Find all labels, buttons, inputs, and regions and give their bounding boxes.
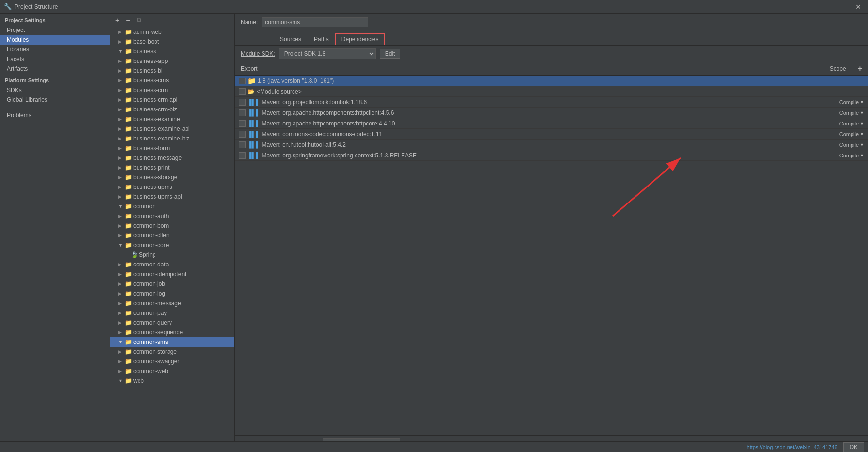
dep-scope-httpcore[interactable]: Compile▼ bbox=[839, 121, 864, 126]
tree-item-common-sequence[interactable]: ▶ 📁 common-sequence bbox=[110, 327, 234, 337]
remove-module-button[interactable]: − bbox=[124, 16, 132, 25]
tab-dependencies[interactable]: Dependencies bbox=[335, 33, 385, 45]
tree-item-common-message[interactable]: ▶ 📁 common-message bbox=[110, 298, 234, 308]
dep-checkbox-httpclient[interactable] bbox=[239, 109, 246, 116]
tree-item-business-form[interactable]: ▶ 📁 business-form bbox=[110, 143, 234, 153]
tree-item-business-upms-api[interactable]: ▶ 📁 business-upms-api bbox=[110, 192, 234, 202]
name-row: Name: bbox=[235, 14, 868, 31]
tree-item-common-query[interactable]: ▶ 📁 common-query bbox=[110, 318, 234, 327]
tree-item-common-core[interactable]: ▼ 📁 common-core bbox=[110, 240, 234, 250]
tree-item-web[interactable]: ▼ 📁 web bbox=[110, 376, 234, 386]
tree-item-business-message[interactable]: ▶ 📁 business-message bbox=[110, 153, 234, 163]
tree-item-common-storage[interactable]: ▶ 📁 common-storage bbox=[110, 347, 234, 357]
dep-item-module-source[interactable]: 📂 <Module source> bbox=[235, 86, 868, 97]
tree-item-common-storage-label: common-storage bbox=[133, 348, 177, 355]
dep-checkbox-lombok[interactable] bbox=[239, 99, 246, 106]
tree-item-business-print[interactable]: ▶ 📁 business-print bbox=[110, 163, 234, 172]
tree-item-business[interactable]: ▼ 📁 business bbox=[110, 47, 234, 56]
chevron-right-icon: ▶ bbox=[118, 262, 124, 267]
tree-item-common-job[interactable]: ▶ 📁 common-job bbox=[110, 279, 234, 289]
close-button[interactable]: ✕ bbox=[852, 2, 864, 12]
chevron-right-icon: ▶ bbox=[118, 359, 124, 364]
dep-item-commons-codec[interactable]: ▐▌▌ Maven: commons-codec:commons-codec:1… bbox=[235, 129, 868, 140]
chevron-right-icon: ▶ bbox=[118, 78, 124, 83]
ok-button[interactable]: OK bbox=[843, 442, 864, 452]
status-bar-url[interactable]: https://blog.csdn.net/weixin_43141746 bbox=[747, 444, 837, 450]
tree-item-business-crm-api[interactable]: ▶ 📁 business-crm-api bbox=[110, 95, 234, 105]
dep-item-httpcore[interactable]: ▐▌▌ Maven: org.apache.httpcomponents:htt… bbox=[235, 118, 868, 129]
dependencies-list: 📁 1.8 (java version "1.8.0_161") 📂 <Modu… bbox=[235, 76, 868, 435]
tree-item-common-log[interactable]: ▶ 📁 common-log bbox=[110, 289, 234, 298]
dep-scope-spring-context[interactable]: Compile▼ bbox=[839, 153, 864, 158]
sidebar-item-artifacts[interactable]: Artifacts bbox=[0, 64, 110, 74]
tree-item-business-crm[interactable]: ▶ 📁 business-crm bbox=[110, 85, 234, 95]
dep-item-httpclient[interactable]: ▐▌▌ Maven: org.apache.httpcomponents:htt… bbox=[235, 108, 868, 118]
tree-item-business-examine-biz[interactable]: ▶ 📁 business-examine-biz bbox=[110, 134, 234, 143]
tree-item-common-idempotent[interactable]: ▶ 📁 common-idempotent bbox=[110, 269, 234, 279]
tree-item-common-sms[interactable]: ▼ 📁 common-sms bbox=[110, 337, 234, 347]
dep-item-hutool[interactable]: ▐▌▌ Maven: cn.hutool:hutool-all:5.4.2 Co… bbox=[235, 140, 868, 150]
tree-item-spring[interactable]: ▶ 🍃 Spring bbox=[110, 250, 234, 260]
tree-item-business-crm-biz[interactable]: ▶ 📁 business-crm-biz bbox=[110, 105, 234, 114]
tree-item-common-auth-label: common-auth bbox=[133, 213, 169, 219]
dep-checkbox-jdk[interactable] bbox=[239, 78, 246, 84]
sdk-select[interactable]: Project SDK 1.8 bbox=[279, 48, 376, 59]
dep-scope-lombok[interactable]: Compile▼ bbox=[839, 99, 864, 105]
dep-scope-commons-codec[interactable]: Compile▼ bbox=[839, 131, 864, 137]
sidebar-item-modules[interactable]: Modules bbox=[0, 35, 110, 45]
tree-item-common[interactable]: ▼ 📁 common bbox=[110, 202, 234, 211]
chevron-down-icon: ▼ bbox=[118, 378, 124, 383]
tab-paths[interactable]: Paths bbox=[308, 33, 335, 45]
tree-item-common-auth[interactable]: ▶ 📁 common-auth bbox=[110, 211, 234, 221]
tree-item-business-bi[interactable]: ▶ 📁 business-bi bbox=[110, 66, 234, 76]
copy-module-button[interactable]: ⧉ bbox=[135, 16, 143, 25]
tab-sources[interactable]: Sources bbox=[274, 33, 308, 45]
sidebar-item-sdks[interactable]: SDKs bbox=[0, 85, 110, 95]
chevron-down-icon: ▼ bbox=[118, 243, 124, 248]
tree-item-business-cms[interactable]: ▶ 📁 business-cms bbox=[110, 76, 234, 85]
tree-item-base-boot[interactable]: ▶ 📁 base-boot bbox=[110, 37, 234, 47]
chevron-right-icon: ▶ bbox=[118, 194, 124, 199]
tree-item-business-storage[interactable]: ▶ 📁 business-storage bbox=[110, 172, 234, 182]
chevron-right-icon: ▶ bbox=[118, 175, 124, 180]
sdk-label[interactable]: Module SDK: bbox=[241, 50, 275, 57]
dep-scope-hutool[interactable]: Compile▼ bbox=[839, 142, 864, 148]
sidebar-item-libraries[interactable]: Libraries bbox=[0, 45, 110, 54]
folder-icon: 📁 bbox=[125, 271, 132, 278]
dep-checkbox-hutool[interactable] bbox=[239, 141, 246, 148]
sdk-edit-button[interactable]: Edit bbox=[380, 49, 401, 59]
tree-item-business-examine-api[interactable]: ▶ 📁 business-examine-api bbox=[110, 124, 234, 134]
tree-item-business-upms[interactable]: ▶ 📁 business-upms bbox=[110, 182, 234, 192]
dep-checkbox-commons-codec[interactable] bbox=[239, 131, 246, 138]
dep-item-spring-context[interactable]: ▐▌▌ Maven: org.springframework:spring-co… bbox=[235, 150, 868, 161]
add-dependency-button[interactable]: + bbox=[858, 64, 862, 73]
tree-item-admin-web[interactable]: ▶ 📁 admin-web bbox=[110, 27, 234, 37]
sidebar-item-facets[interactable]: Facets bbox=[0, 54, 110, 64]
tree-item-common-client[interactable]: ▶ 📁 common-client bbox=[110, 231, 234, 240]
tabs-row: Sources Paths Dependencies bbox=[235, 31, 868, 46]
chevron-right-icon: ▶ bbox=[118, 39, 124, 44]
tree-item-common-data[interactable]: ▶ 📁 common-data bbox=[110, 260, 234, 269]
tree-item-business-crm-biz-label: business-crm-biz bbox=[133, 106, 177, 113]
dep-item-jdk[interactable]: 📁 1.8 (java version "1.8.0_161") bbox=[235, 76, 868, 86]
chevron-right-icon: ▶ bbox=[118, 146, 124, 151]
sidebar-item-project[interactable]: Project bbox=[0, 25, 110, 35]
dep-checkbox-module-source[interactable] bbox=[239, 88, 246, 95]
tree-item-business-app[interactable]: ▶ 📁 business-app bbox=[110, 56, 234, 66]
tree-item-common-swagger[interactable]: ▶ 📁 common-swagger bbox=[110, 357, 234, 366]
dep-checkbox-httpcore[interactable] bbox=[239, 120, 246, 127]
tree-item-common-pay[interactable]: ▶ 📁 common-pay bbox=[110, 308, 234, 318]
dep-jdk-name: 1.8 (java version "1.8.0_161") bbox=[258, 78, 864, 84]
tree-item-common-web[interactable]: ▶ 📁 common-web bbox=[110, 366, 234, 376]
name-input[interactable] bbox=[262, 17, 368, 27]
add-module-button[interactable]: + bbox=[113, 16, 121, 25]
tree-item-common-bom[interactable]: ▶ 📁 common-bom bbox=[110, 221, 234, 231]
dep-scope-httpclient[interactable]: Compile▼ bbox=[839, 110, 864, 116]
dep-checkbox-spring-context[interactable] bbox=[239, 152, 246, 159]
tree-item-business-examine[interactable]: ▶ 📁 business-examine bbox=[110, 114, 234, 124]
sidebar-item-problems[interactable]: Problems bbox=[0, 110, 110, 120]
dep-item-lombok[interactable]: ▐▌▌ Maven: org.projectlombok:lombok:1.18… bbox=[235, 97, 868, 108]
tree-item-common-query-label: common-query bbox=[133, 319, 172, 326]
sidebar-item-global-libraries[interactable]: Global Libraries bbox=[0, 95, 110, 105]
tree-item-business-bi-label: business-bi bbox=[133, 67, 163, 74]
